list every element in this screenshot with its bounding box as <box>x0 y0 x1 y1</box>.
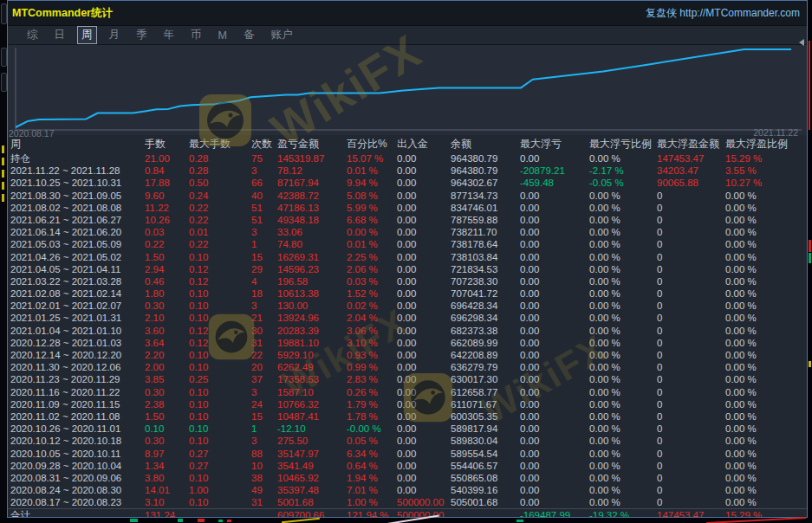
column-header[interactable]: 出入金 <box>397 135 451 152</box>
toolbar-button-edge[interactable] <box>1 3 7 24</box>
cell: -0.00 % <box>347 423 397 435</box>
cell: 0.00 % <box>589 287 657 300</box>
column-header[interactable]: 次数 <box>251 135 277 152</box>
table-row[interactable]: 2020.08.24 ~ 2020.08.3014.011.004935397.… <box>8 484 807 496</box>
table-row[interactable]: 持仓21.000.2875145319.8715.07 %0.00964380.… <box>8 152 807 165</box>
table-row[interactable]: 2021.10.25 ~ 2021.10.3117.880.506687167.… <box>8 177 807 189</box>
tab-月[interactable]: 月 <box>105 26 125 44</box>
cell: 3.06 % <box>347 325 397 337</box>
cell: 0.26 % <box>347 386 397 398</box>
cell: 0.00 <box>520 152 589 165</box>
cell: 0.00 % <box>725 410 807 423</box>
column-header[interactable]: 最大浮亏 <box>520 135 589 152</box>
table-row[interactable]: 2021.06.14 ~ 2021.06.200.030.01333.060.0… <box>8 226 807 238</box>
cell: 0 <box>657 472 725 484</box>
column-header[interactable]: 余额 <box>451 135 520 152</box>
cell: -12.10 <box>277 423 347 435</box>
cell: 611071.67 <box>451 398 520 410</box>
table-row[interactable]: 2020.11.23 ~ 2020.11.293.850.253717358.5… <box>8 373 807 385</box>
cell: 19881.10 <box>277 337 347 349</box>
cell: 0 <box>657 202 725 214</box>
column-header[interactable]: 最大手数 <box>189 135 251 152</box>
tab-M[interactable]: M <box>214 28 231 43</box>
total-row[interactable]: 合计131.24609700.66121.94 %500000.00-16948… <box>8 508 807 517</box>
tab-备[interactable]: 备 <box>239 26 259 44</box>
table-row[interactable]: 2020.09.28 ~ 2020.10.041.340.27103541.49… <box>8 460 807 472</box>
cell: 0.10 <box>189 287 251 300</box>
cell: 500000.00 <box>397 496 451 508</box>
column-header[interactable]: 盈亏金额 <box>277 135 347 152</box>
cell: 5.08 % <box>347 190 397 202</box>
cell: 78.12 <box>277 165 347 177</box>
column-header[interactable]: 最大浮亏比例 <box>589 135 657 152</box>
cell: 18 <box>251 287 277 300</box>
tab-周[interactable]: 周 <box>77 26 97 44</box>
table-row[interactable]: 2021.04.26 ~ 2021.05.021.500.101516269.3… <box>8 251 807 263</box>
cell: 0.00 % <box>725 472 807 484</box>
table-row[interactable]: 2020.10.12 ~ 2020.10.180.300.103275.500.… <box>8 435 807 447</box>
table-row[interactable]: 2021.01.25 ~ 2021.01.312.100.102113924.9… <box>8 312 807 324</box>
cell: 0.24 <box>189 190 251 202</box>
table-row[interactable]: 2020.08.17 ~ 2020.08.233.100.10315001.68… <box>8 496 807 508</box>
table-row[interactable]: 2021.03.22 ~ 2021.03.280.460.124196.580.… <box>8 275 807 287</box>
cell: 2.06 % <box>347 263 397 275</box>
candle-mark <box>809 240 811 252</box>
table-row[interactable]: 2020.11.02 ~ 2020.11.081.500.101510487.4… <box>8 410 807 423</box>
tab-币[interactable]: 币 <box>186 26 206 44</box>
table-row[interactable]: 2021.08.02 ~ 2021.08.0811.220.225147186.… <box>8 202 807 214</box>
cell: 0.00 <box>520 448 589 460</box>
cell: 0.00 <box>397 423 451 435</box>
cell: 147453.47 <box>657 152 725 165</box>
brand-link[interactable]: 复盘侠 http://MTCommander.com <box>646 1 800 25</box>
table-header: 周手数最大手数次数盈亏金额百分比%出入金余额最大浮亏最大浮亏比例最大浮盈金额最大… <box>8 135 807 152</box>
table-row[interactable]: 2021.08.30 ~ 2021.09.059.600.244042388.7… <box>8 190 807 202</box>
table-row[interactable]: 2020.12.28 ~ 2021.01.033.640.123119881.1… <box>8 337 807 349</box>
window-title: MTCommander统计 <box>12 1 113 25</box>
table-row[interactable]: 2020.12.14 ~ 2020.12.202.200.10225929.10… <box>8 349 807 361</box>
cell: 31 <box>251 337 277 349</box>
column-header[interactable]: 手数 <box>145 135 189 152</box>
cell: 589817.94 <box>451 423 520 435</box>
cell: 3 <box>251 435 277 447</box>
cell: 0.00 % <box>589 300 657 312</box>
cell: 29 <box>251 263 277 275</box>
toolbar-button-edge[interactable] <box>1 73 7 92</box>
cell: 0.00 <box>520 496 589 508</box>
table-row[interactable]: 2021.02.01 ~ 2021.02.070.300.103130.000.… <box>8 300 807 312</box>
table-row[interactable]: 2020.11.09 ~ 2020.11.152.380.102410766.3… <box>8 398 807 410</box>
cell: 75 <box>251 152 277 165</box>
tab-账户[interactable]: 账户 <box>266 26 296 44</box>
tab-日[interactable]: 日 <box>50 26 70 44</box>
column-header[interactable]: 最大浮盈比例 <box>725 135 807 152</box>
table-row[interactable]: 2020.10.05 ~ 2020.10.118.970.278835147.9… <box>8 448 807 460</box>
tab-年[interactable]: 年 <box>159 26 179 44</box>
column-header[interactable]: 最大浮盈金额 <box>657 135 725 152</box>
cell: 2021.04.05 ~ 2021.04.11 <box>8 263 145 275</box>
title-bar[interactable]: MTCommander统计 复盘侠 http://MTCommander.com <box>8 1 807 26</box>
column-header[interactable]: 百分比% <box>347 135 397 152</box>
table-row[interactable]: 2020.08.31 ~ 2020.09.063.800.103810465.9… <box>8 472 807 484</box>
table-row[interactable]: 2021.02.08 ~ 2021.02.141.800.101810613.3… <box>8 287 807 300</box>
cell: 2020.11.30 ~ 2020.12.06 <box>8 361 145 373</box>
table-row[interactable]: 2021.04.05 ~ 2021.04.112.940.122914596.2… <box>8 263 807 275</box>
cell: 0.00 % <box>725 460 807 472</box>
column-header[interactable]: 周 <box>8 135 145 152</box>
table-row[interactable]: 2020.11.16 ~ 2020.11.220.300.1031587.100… <box>8 386 807 398</box>
tab-综[interactable]: 综 <box>23 26 42 44</box>
cell: 5001.68 <box>277 496 347 508</box>
table-row[interactable]: 2020.11.30 ~ 2020.12.062.000.10206262.49… <box>8 361 807 373</box>
table-row[interactable]: 2021.06.21 ~ 2021.06.2710.260.225149348.… <box>8 214 807 226</box>
cell: 707238.30 <box>451 275 520 287</box>
table-row[interactable]: 2021.05.03 ~ 2021.05.090.220.22174.800.0… <box>8 238 807 250</box>
cell: 0.00 % <box>589 202 657 214</box>
tab-季[interactable]: 季 <box>132 26 152 44</box>
cell: 0.22 <box>189 238 251 250</box>
table-row[interactable]: 2021.11.22 ~ 2021.11.280.840.28378.120.0… <box>8 165 807 177</box>
table-row[interactable]: 2020.10.26 ~ 2020.11.010.100.101-12.10-0… <box>8 423 807 435</box>
table-row[interactable]: 2021.01.04 ~ 2021.01.103.600.123020283.3… <box>8 325 807 337</box>
cell: 1.00 <box>189 484 251 496</box>
cell: 0.00 <box>397 190 451 202</box>
cell: 0.00 % <box>725 238 807 250</box>
cell: 1.94 % <box>347 472 397 484</box>
toolbar-button-edge[interactable] <box>1 48 7 67</box>
